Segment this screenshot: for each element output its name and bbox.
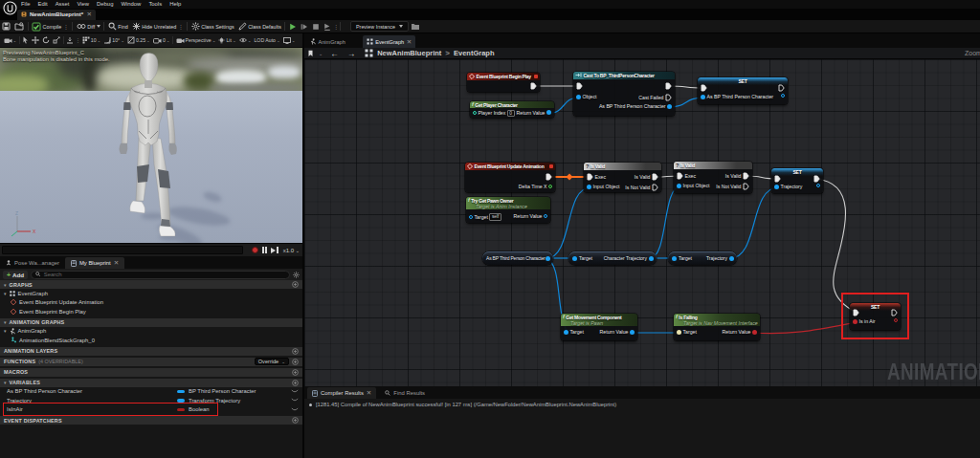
view-mode-dropdown[interactable]: Lit⌄ — [217, 33, 237, 48]
playback-speed-dropdown[interactable]: x1.0 ⌄ — [283, 248, 300, 253]
hide-unrelated-button-more-icon[interactable]: ⋮ — [178, 23, 184, 30]
pin-target[interactable]: Targetself — [469, 213, 501, 221]
menu-window[interactable]: Window — [117, 0, 145, 9]
search-input[interactable]: Search — [31, 271, 290, 279]
pause-button[interactable] — [262, 247, 268, 253]
section-header-graphs[interactable]: ▾GRAPHS — [0, 280, 302, 289]
section-expander-icon[interactable]: ▾ — [4, 319, 7, 325]
pin-as-bp-third-person-character[interactable]: As BP Third Person Character — [599, 103, 672, 109]
exec-pin-icon[interactable] — [774, 175, 781, 183]
find-button[interactable]: Find — [106, 20, 130, 33]
save-button[interactable] — [0, 20, 12, 33]
menu-help[interactable]: Help — [166, 0, 185, 9]
pin-trajectory[interactable]: Trajectory — [774, 184, 802, 189]
nav-back-arrow[interactable]: ← — [330, 49, 339, 58]
node-get-as-bp-third-person-character[interactable]: As BP Third Person Character — [482, 251, 553, 265]
pin-exec-out[interactable] — [816, 184, 820, 187]
add-button[interactable]: + Add — [3, 271, 28, 279]
section-add-button[interactable] — [292, 417, 299, 424]
play-options-icon[interactable]: ⋮ — [333, 23, 339, 30]
data-pin-icon[interactable] — [469, 215, 473, 219]
pin-value-input[interactable]: self — [489, 213, 501, 221]
compile-button[interactable]: Compile⋮ — [30, 20, 71, 33]
menu-edit[interactable]: Edit — [34, 0, 52, 9]
pill-in-pin-icon[interactable] — [672, 256, 677, 261]
pin-input-object[interactable]: Input Object — [677, 183, 709, 188]
compile-button-more-icon[interactable]: ⋮ — [63, 23, 69, 30]
exec-pin-icon[interactable] — [652, 173, 658, 181]
node-get-trajectory[interactable]: TargetTrajectory — [668, 251, 737, 265]
data-pin-icon[interactable] — [564, 330, 568, 335]
node-try-get-pawn-owner[interactable]: fTry Get Pawn OwnerTarget is Anim Instan… — [466, 197, 550, 223]
frame-skip-button[interactable] — [299, 20, 310, 33]
rotation-snap[interactable]: 10°⌄ — [102, 33, 126, 48]
pin-as-bp-third-person-character[interactable]: As BP Third Person Character — [701, 94, 773, 99]
node-get-character-trajectory[interactable]: TargetCharacter Trajectory — [568, 251, 657, 265]
tab-find-results[interactable]: Find Results — [380, 387, 430, 399]
section-expander-icon[interactable]: ▾ — [4, 282, 7, 288]
exec-pin-icon[interactable] — [576, 82, 583, 90]
perspective-dropdown[interactable]: Perspective⌄ — [174, 33, 217, 48]
node-is-valid-2[interactable]: ?Is ValidExecIs ValidInput ObjectIs Not … — [674, 162, 752, 193]
section-add-button[interactable] — [292, 348, 299, 355]
asset-tab-close-icon[interactable]: ✕ — [87, 11, 92, 17]
section-header-variables[interactable]: ▾VARIABLES — [0, 379, 302, 387]
event-graph-canvas[interactable]: ANIMATION Event Blueprint Begin PlayfGet… — [304, 59, 980, 386]
pin-player-index[interactable]: Player Index0 — [473, 110, 515, 118]
class-settings-button[interactable]: Class Settings — [189, 20, 236, 33]
play-button[interactable] — [287, 20, 299, 33]
data-pin-icon[interactable] — [677, 330, 681, 335]
preview-viewport[interactable]: Previewing NewAnimBlueprint_C Bone manip… — [0, 48, 302, 243]
exec-pin-icon[interactable] — [778, 84, 785, 92]
data-pin-icon[interactable] — [752, 330, 757, 335]
pin-exec-out[interactable] — [813, 175, 820, 183]
pill-out-pin-icon[interactable] — [649, 256, 654, 261]
item-expander-icon[interactable]: ▾ — [4, 291, 7, 296]
tab-eventgraph[interactable]: EventGraph ✕ — [363, 35, 415, 48]
item-expander-icon[interactable]: ▾ — [4, 328, 7, 334]
pin-exec-out[interactable] — [546, 173, 552, 181]
record-button[interactable] — [252, 247, 258, 253]
pin-exec-out[interactable] — [781, 94, 785, 98]
pin-return-value[interactable]: Return Value — [517, 110, 551, 116]
pin-return-value[interactable]: Return Value — [723, 329, 757, 335]
tab-my-blueprint[interactable]: My Blueprint ✕ — [65, 257, 124, 269]
node-is-falling[interactable]: fIs FallingTarget is Nav Movement Interf… — [674, 314, 760, 340]
variable-row-as-bp-third-person-character[interactable]: As BP Third Person CharacterBP Third Per… — [0, 387, 302, 397]
list-item-animgraph[interactable]: ▾AnimGraph — [0, 327, 302, 337]
exec-pin-icon[interactable] — [665, 82, 672, 90]
tab-animgraph[interactable]: AnimGraph — [306, 35, 349, 48]
node-get-player-character[interactable]: fGet Player CharacterPlayer Index0Return… — [470, 101, 554, 118]
timeline-track[interactable] — [2, 246, 243, 254]
pin-exec-out[interactable] — [778, 84, 785, 92]
pill-out-pin-icon[interactable] — [729, 256, 734, 261]
section-header-animation-graphs[interactable]: ▾ANIMATION GRAPHS — [0, 318, 302, 327]
screen-percentage-dropdown[interactable]: ⌄ — [281, 33, 297, 48]
section-header-event-dispatchers[interactable]: EVENT DISPATCHERS — [0, 416, 302, 425]
data-pin-icon[interactable] — [473, 111, 477, 115]
exec-pin-icon[interactable] — [587, 173, 593, 181]
class-defaults-button[interactable]: Class Defaults — [236, 20, 283, 33]
surface-snapping[interactable] — [65, 33, 76, 48]
menu-asset[interactable]: Asset — [52, 0, 74, 9]
node-event-update-animation[interactable]: Event Blueprint Update AnimationDelta Ti… — [465, 163, 555, 192]
section-header-functions[interactable]: FUNCTIONS(4 OVERRIDABLE)Override⌄ — [0, 358, 302, 366]
menu-file[interactable]: File — [17, 0, 34, 9]
eventgraph-close-icon[interactable]: ✕ — [407, 39, 412, 45]
exec-pin-icon[interactable] — [665, 94, 672, 101]
compiler-log-entry[interactable]: [1281.45] Compile of NewAnimBlueprint su… — [309, 402, 616, 407]
exec-pin-icon[interactable] — [677, 172, 683, 180]
camera-speed-value[interactable]: 0⌄ — [151, 33, 171, 48]
eject-button[interactable] — [322, 20, 333, 33]
exec-pin-icon[interactable] — [743, 183, 749, 190]
exec-pin-icon[interactable] — [701, 84, 707, 92]
node-get-movement-component[interactable]: fGet Movement ComponentTarget is PawnTar… — [561, 314, 637, 340]
data-pin-icon[interactable] — [701, 95, 705, 99]
pin-exec-in[interactable] — [701, 84, 707, 92]
stop-button[interactable] — [310, 20, 322, 33]
step-forward-button[interactable] — [271, 247, 278, 253]
data-pin-icon[interactable] — [546, 110, 551, 115]
pin-return-value[interactable]: Return Value — [600, 329, 635, 335]
pin-exec-in[interactable] — [774, 175, 781, 183]
data-pin-icon[interactable] — [781, 94, 785, 98]
